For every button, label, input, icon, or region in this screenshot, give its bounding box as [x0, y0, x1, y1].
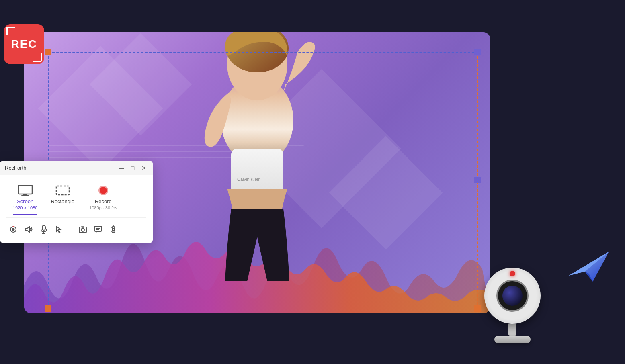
selection-border-top [48, 52, 478, 53]
corner-handle-bl[interactable] [45, 305, 51, 312]
record-dot [98, 186, 108, 195]
toolbar-section-right [73, 223, 120, 236]
corner-handle-tr[interactable] [474, 49, 481, 55]
window-controls: — □ ✕ [117, 164, 148, 172]
rectangle-label: Rectangle [51, 198, 74, 204]
screen-sublabel: 1920 × 1080 [13, 205, 37, 210]
svg-rect-7 [56, 186, 69, 195]
svg-text:Calvin Klein: Calvin Klein [237, 177, 260, 182]
rec-text: REC [11, 38, 37, 51]
rec-badge: REC [4, 24, 44, 64]
screenshot-button[interactable] [76, 223, 90, 236]
person-image: Calvin Klein [165, 32, 350, 313]
svg-rect-18 [94, 226, 102, 231]
svg-point-10 [13, 226, 14, 227]
svg-marker-11 [26, 227, 29, 232]
window-titlebar: RecForth — □ ✕ [0, 161, 153, 175]
minimize-button[interactable]: — [117, 164, 125, 172]
selection-border-bottom [48, 309, 478, 309]
screen-icon [18, 185, 33, 196]
corner-handle-rm[interactable] [474, 177, 481, 183]
rectangle-icon [55, 185, 70, 196]
mode-screen[interactable]: Screen 1920 × 1080 [6, 181, 44, 214]
close-button[interactable]: ✕ [140, 164, 148, 172]
webcam-device [480, 268, 545, 344]
cursor-toggle[interactable] [52, 223, 66, 236]
screen-label: Screen [17, 198, 33, 204]
webcam-lens-outer [496, 280, 529, 312]
svg-rect-4 [18, 185, 32, 194]
record-label: Record [95, 198, 112, 204]
window-body: Screen 1920 × 1080 Rectangle [0, 175, 153, 243]
microphone-toggle[interactable] [37, 223, 51, 236]
toolbar [6, 221, 146, 237]
record-button[interactable]: Record 1080p · 30 fps [81, 181, 125, 214]
svg-point-9 [12, 228, 15, 231]
corner-handle-tl[interactable] [45, 49, 51, 55]
toolbar-section-left [6, 223, 71, 236]
mode-rectangle[interactable]: Rectangle [44, 181, 81, 209]
recforth-window: RecForth — □ ✕ [0, 161, 153, 243]
paper-plane-icon [565, 247, 613, 284]
webcam-toggle[interactable] [6, 223, 20, 236]
maximize-button[interactable]: □ [129, 164, 137, 172]
captions-button[interactable] [91, 223, 105, 236]
record-sublabel: 1080p · 30 fps [89, 205, 117, 210]
webcam-base [494, 336, 531, 343]
webcam-lens-inner [502, 286, 523, 306]
speaker-toggle[interactable] [22, 223, 35, 236]
svg-rect-12 [42, 225, 45, 230]
window-title: RecForth [5, 165, 26, 171]
settings-button[interactable] [107, 223, 120, 236]
record-icon [96, 185, 111, 196]
webcam-body [484, 268, 541, 324]
svg-point-16 [81, 228, 84, 231]
svg-rect-6 [21, 195, 29, 196]
webcam-indicator [510, 271, 515, 276]
webcam-neck [508, 324, 516, 336]
corner-handle-br[interactable] [474, 305, 481, 312]
